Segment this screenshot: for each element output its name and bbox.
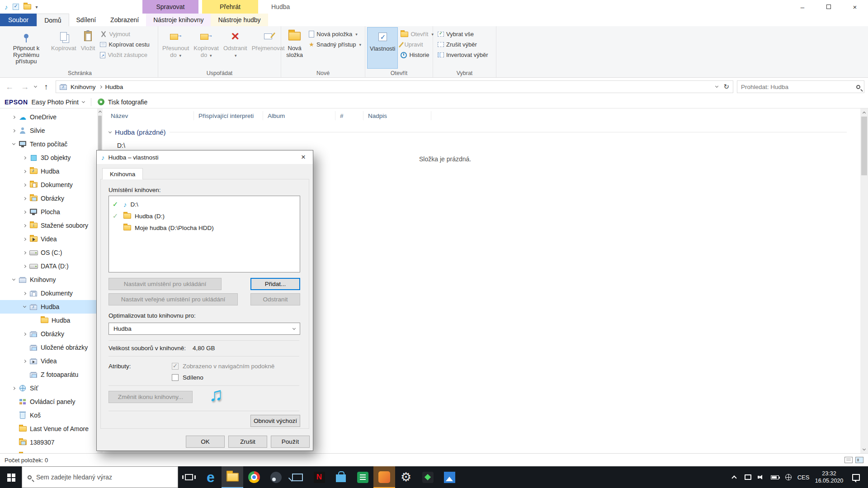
- mail-button[interactable]: [287, 466, 308, 488]
- sidebar-item-dokumenty-library[interactable]: Dokumenty: [0, 286, 97, 300]
- tab-zobrazeni[interactable]: Zobrazení: [103, 14, 146, 26]
- tab-nastroje-hudby[interactable]: Nástroje hudby: [211, 14, 268, 26]
- sidebar-item-hudba-subfolder[interactable]: Hudba: [0, 314, 97, 327]
- taskbar-search-input[interactable]: [36, 474, 172, 481]
- netflix-button[interactable]: [308, 466, 330, 488]
- sidebar-item-onedrive[interactable]: ☁OneDrive: [0, 110, 97, 124]
- shown-in-nav-checkbox[interactable]: [172, 363, 179, 370]
- epson-product-label[interactable]: Easy Photo Print: [32, 99, 79, 106]
- search-icon[interactable]: [856, 85, 860, 89]
- new-item-button[interactable]: Nová položka▾: [309, 31, 361, 38]
- breadcrumb-separator-icon[interactable]: [99, 85, 102, 88]
- search-box[interactable]: [737, 80, 864, 93]
- sidebar-item-knihovny[interactable]: Knihovny: [0, 273, 97, 286]
- copy-button[interactable]: Kopírovat: [49, 27, 79, 69]
- task-view-button[interactable]: [178, 466, 200, 488]
- column-header-number[interactable]: #: [335, 111, 363, 120]
- store-button[interactable]: [330, 466, 352, 488]
- sidebar-item-dokumenty[interactable]: Dokumenty: [0, 178, 97, 192]
- sidebar-item-ovladaci-panely[interactable]: Ovládací panely: [0, 395, 97, 408]
- add-button[interactable]: Přidat...: [250, 278, 300, 290]
- breadcrumb-current[interactable]: Hudba: [105, 84, 123, 90]
- epson-dropdown-icon[interactable]: [82, 99, 85, 103]
- sidebar-item-videa[interactable]: Videa: [0, 232, 97, 246]
- dialog-close-button[interactable]: ×: [294, 150, 313, 164]
- epson-print-photo-button[interactable]: Tisk fotografie: [108, 99, 147, 106]
- settings-button[interactable]: [395, 466, 417, 488]
- customize-qat-icon[interactable]: ▾: [36, 5, 38, 9]
- maximize-button[interactable]: [816, 0, 842, 14]
- location-row-hudba-d[interactable]: ✓ Hudba (D:): [111, 210, 298, 222]
- chrome-button[interactable]: [243, 466, 265, 488]
- move-to-button[interactable]: Přesunout do ▾: [160, 27, 191, 69]
- main-scrollbar[interactable]: [860, 108, 868, 453]
- network-button[interactable]: [782, 466, 795, 488]
- sidebar-item-1389307[interactable]: 1389307: [0, 436, 97, 449]
- sidebar-item-last-venue[interactable]: Last Venue of Amore: [0, 422, 97, 436]
- history-button[interactable]: Historie: [401, 52, 434, 58]
- details-view-icon[interactable]: [844, 457, 853, 463]
- new-folder-qat-icon[interactable]: [24, 4, 31, 9]
- close-button[interactable]: ×: [842, 0, 868, 14]
- easy-access-button[interactable]: Snadný přístup▾: [309, 41, 361, 48]
- group-collapse-icon[interactable]: [108, 130, 112, 133]
- column-header-title[interactable]: Nadpis: [363, 111, 431, 120]
- invert-selection-button[interactable]: Invertovat výběr: [438, 52, 488, 58]
- show-hidden-icons-button[interactable]: [727, 466, 741, 488]
- tray-app-button[interactable]: [741, 466, 755, 488]
- select-none-button[interactable]: Zrušit výběr: [438, 41, 488, 48]
- sidebar-item-silvie[interactable]: Silvie: [0, 124, 97, 137]
- green-app-button[interactable]: [352, 466, 373, 488]
- breadcrumb-root[interactable]: Knihovny: [71, 84, 96, 90]
- clock[interactable]: 23:3216.05.2020: [811, 470, 847, 485]
- volume-button[interactable]: [755, 466, 768, 488]
- select-all-button[interactable]: Vybrat vše: [438, 31, 488, 38]
- column-header-name[interactable]: Název: [103, 111, 194, 120]
- properties-button[interactable]: Vlastnosti: [367, 27, 398, 69]
- new-folder-button[interactable]: Nová složka: [283, 27, 306, 69]
- action-center-button[interactable]: [847, 466, 865, 488]
- contextual-tab-manage[interactable]: Spravovat: [142, 0, 198, 14]
- power-button[interactable]: [768, 466, 782, 488]
- remove-button[interactable]: Odstranit: [250, 293, 300, 305]
- sidebar-item-obrazky-library[interactable]: Obrázky: [0, 327, 97, 341]
- set-public-save-location-button[interactable]: Nastavit veřejné umístění pro ukládání: [108, 293, 238, 305]
- column-header-artists[interactable]: Přispívající interpreti: [194, 111, 263, 120]
- column-header-album[interactable]: Album: [263, 111, 335, 120]
- open-button[interactable]: Otevřít▾: [401, 31, 434, 38]
- shared-checkbox[interactable]: [172, 374, 179, 381]
- sidebar-item-frameworksetup[interactable]: FrameworkSetup: [0, 449, 97, 453]
- steam-button[interactable]: [265, 466, 287, 488]
- sidebar-item-videa-library[interactable]: Videa: [0, 354, 97, 368]
- tab-soubor[interactable]: Soubor: [0, 14, 37, 26]
- location-row-moje-hudba[interactable]: Moje hudba (D:\Plocha HDD): [111, 222, 298, 234]
- pin-to-quick-access-button[interactable]: Připnout k Rychlému přístupu: [4, 27, 49, 69]
- copy-path-button[interactable]: Kopírovat cestu: [100, 41, 149, 48]
- paste-button[interactable]: Vložit: [79, 27, 98, 69]
- recent-locations-icon[interactable]: [34, 84, 37, 88]
- scroll-down-icon[interactable]: [863, 447, 866, 450]
- address-bar[interactable]: Knihovny Hudba ↻: [56, 80, 733, 93]
- cut-button[interactable]: Vyjmout: [100, 31, 149, 38]
- search-input[interactable]: [741, 84, 856, 90]
- photos-button[interactable]: [439, 466, 460, 488]
- paste-shortcut-button[interactable]: Vložit zástupce: [100, 52, 149, 58]
- start-button[interactable]: [0, 466, 22, 488]
- properties-qat-icon[interactable]: [13, 4, 19, 10]
- change-icon-button[interactable]: Změnit ikonu knihovny...: [108, 391, 193, 403]
- sidebar-item-sit[interactable]: Síť: [0, 381, 97, 395]
- restore-defaults-button[interactable]: Obnovit výchozí: [250, 415, 300, 427]
- scroll-up-icon[interactable]: [863, 111, 866, 114]
- sidebar-item-os-c[interactable]: OS (C:): [0, 246, 97, 259]
- tab-nastroje-knihovny[interactable]: Nástroje knihovny: [146, 14, 211, 26]
- sidebar-item-hudba-library[interactable]: Hudba: [0, 300, 97, 314]
- sidebar-item-kos[interactable]: Koš: [0, 408, 97, 422]
- sidebar-item-z-fotoaparatu[interactable]: Z fotoaparátu: [0, 368, 97, 381]
- apply-button[interactable]: Použít: [271, 436, 310, 448]
- sidebar-item-obrazky[interactable]: Obrázky: [0, 192, 97, 205]
- forward-button[interactable]: →: [19, 82, 31, 92]
- up-button[interactable]: ↑: [40, 82, 52, 92]
- tab-sdileni[interactable]: Sdílení: [69, 14, 104, 26]
- sidebar-item-data-d[interactable]: DATA (D:): [0, 259, 97, 273]
- contextual-tab-play[interactable]: Přehrát: [202, 0, 258, 14]
